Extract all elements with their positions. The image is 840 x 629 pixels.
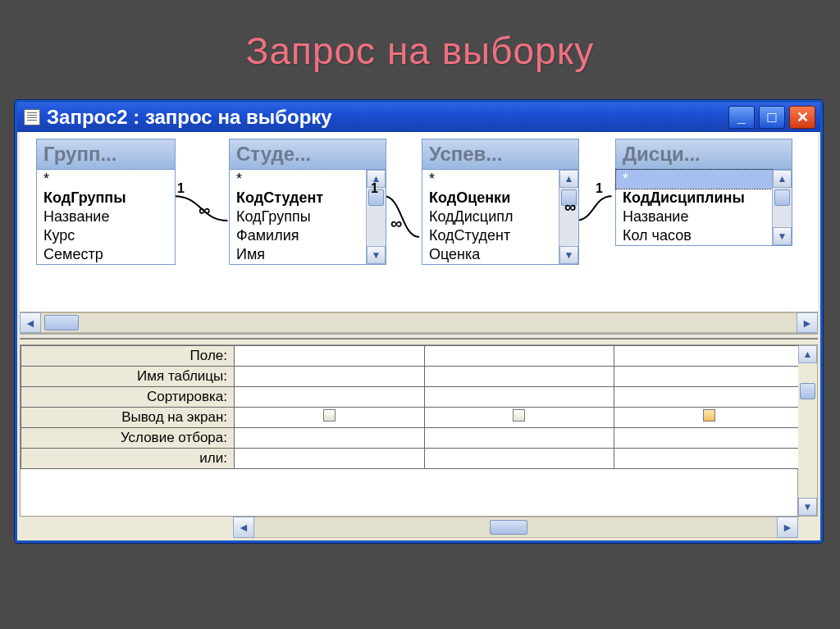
scroll-left-button[interactable]: ◄: [233, 517, 254, 538]
field-item[interactable]: КодСтудент: [230, 189, 366, 207]
scroll-track[interactable]: [41, 312, 797, 333]
titlebar[interactable]: Запрос2 : запрос на выборку _ □ ✕: [17, 103, 820, 132]
scroll-right-button[interactable]: ►: [797, 312, 818, 333]
field-item[interactable]: КодГруппы: [37, 189, 175, 207]
pane-splitter[interactable]: [20, 333, 818, 340]
field-item[interactable]: *: [37, 170, 175, 189]
field-list-scroll[interactable]: ▲▼: [772, 170, 792, 245]
scroll-down-button[interactable]: ▼: [798, 498, 817, 516]
relation-many-label: ∞: [564, 198, 576, 217]
window-title: Запрос2 : запрос на выборку: [47, 106, 332, 129]
grid-cell[interactable]: [235, 367, 425, 387]
client-area: Групп...*КодГруппыНазваниеКурсСеместрСту…: [20, 132, 818, 538]
scroll-up-button[interactable]: ▲: [559, 170, 578, 188]
relation-many-label: ∞: [390, 214, 402, 233]
scroll-right-button[interactable]: ►: [777, 517, 798, 538]
field-item[interactable]: *: [616, 170, 772, 189]
grid-row-header: Имя таблицы:: [21, 367, 235, 387]
field-item[interactable]: КодСтудент: [422, 226, 559, 245]
scroll-thumb[interactable]: [490, 520, 527, 535]
design-grid-pane: Поле:Имя таблицы:Сортировка:Вывод на экр…: [20, 340, 818, 538]
grid-row-header: Сортировка:: [21, 387, 235, 408]
table-box[interactable]: Групп...*КодГруппыНазваниеКурсСеместр: [36, 139, 176, 265]
grid-cell[interactable]: [235, 408, 425, 428]
field-item[interactable]: Название: [37, 207, 175, 226]
show-checkbox[interactable]: [513, 409, 525, 422]
scroll-up-button[interactable]: ▲: [773, 170, 792, 188]
table-box[interactable]: Успев...*КодОценкиКодДисциплКодСтудентОц…: [422, 139, 579, 265]
scroll-left-button[interactable]: ◄: [20, 312, 41, 333]
relations-pane: Групп...*КодГруппыНазваниеКурсСеместрСту…: [20, 132, 818, 333]
scroll-down-button[interactable]: ▼: [559, 246, 578, 264]
page-heading: Запрос на выборку: [0, 0, 840, 81]
scroll-up-button[interactable]: ▲: [798, 345, 817, 363]
grid-row-header: Условие отбора:: [21, 428, 235, 449]
grid-cell[interactable]: [614, 387, 805, 408]
relations-canvas[interactable]: Групп...*КодГруппыНазваниеКурсСеместрСту…: [20, 132, 818, 312]
grid-cell[interactable]: [424, 346, 614, 367]
table-title[interactable]: Студе...: [230, 139, 386, 170]
scroll-down-button[interactable]: ▼: [367, 246, 386, 264]
field-item[interactable]: *: [230, 170, 366, 189]
grid-vscroll[interactable]: ▲ ▼: [798, 344, 818, 517]
field-item[interactable]: Семестр: [37, 245, 175, 264]
scroll-thumb[interactable]: [774, 189, 790, 206]
window-icon: [24, 109, 40, 125]
field-item[interactable]: КодОценки: [422, 189, 559, 207]
grid-cell[interactable]: [424, 367, 614, 387]
field-item[interactable]: Название: [616, 207, 772, 226]
field-list-scroll[interactable]: ▲▼: [559, 170, 578, 264]
grid-cell[interactable]: [235, 449, 425, 469]
scroll-thumb[interactable]: [800, 383, 815, 399]
grid-cell[interactable]: [235, 387, 425, 408]
grid-row-header: или:: [21, 449, 235, 469]
grid-cell[interactable]: [235, 428, 425, 449]
maximize-button[interactable]: □: [759, 106, 785, 129]
grid-row-header: Вывод на экран:: [21, 408, 235, 428]
query-window: Запрос2 : запрос на выборку _ □ ✕ Групп.…: [15, 100, 823, 543]
show-checkbox[interactable]: [703, 409, 715, 422]
grid-cell[interactable]: [614, 346, 805, 367]
design-grid[interactable]: Поле:Имя таблицы:Сортировка:Вывод на экр…: [20, 344, 798, 517]
grid-row-header: Поле:: [21, 346, 235, 367]
grid-cell[interactable]: [424, 387, 614, 408]
scroll-down-button[interactable]: ▼: [773, 227, 792, 245]
field-item[interactable]: КодДисциплины: [616, 189, 772, 207]
field-item[interactable]: КодГруппы: [230, 207, 366, 226]
table-box[interactable]: Студе...*КодСтудентКодГруппыФамилияИмя▲▼: [229, 139, 386, 265]
scroll-thumb[interactable]: [44, 315, 79, 330]
scroll-track[interactable]: [254, 517, 777, 538]
grid-hscroll[interactable]: ◄ ►: [233, 517, 798, 538]
close-button[interactable]: ✕: [789, 106, 815, 129]
relations-hscroll[interactable]: ◄ ►: [20, 312, 818, 333]
grid-cell[interactable]: [235, 346, 425, 367]
grid-cell[interactable]: [424, 428, 614, 449]
field-item[interactable]: КодДисципл: [422, 207, 559, 226]
show-checkbox[interactable]: [323, 409, 336, 422]
grid-cell[interactable]: [614, 449, 805, 469]
relation-one-label: 1: [371, 181, 378, 196]
minimize-button[interactable]: _: [728, 106, 755, 129]
table-title[interactable]: Групп...: [37, 139, 175, 170]
table-box[interactable]: Дисци...*КодДисциплиныНазваниеКол часов▲…: [615, 139, 792, 246]
grid-cell[interactable]: [614, 367, 805, 387]
table-title[interactable]: Успев...: [422, 139, 578, 170]
field-item[interactable]: Курс: [37, 226, 175, 245]
field-item[interactable]: Имя: [230, 245, 366, 264]
grid-cell[interactable]: [424, 408, 614, 428]
field-item[interactable]: *: [422, 170, 559, 189]
grid-cell[interactable]: [614, 408, 805, 428]
grid-cell[interactable]: [614, 428, 805, 449]
field-item[interactable]: Кол часов: [616, 226, 772, 245]
field-item[interactable]: Оценка: [422, 245, 559, 264]
relation-many-label: ∞: [199, 201, 210, 220]
table-title[interactable]: Дисци...: [616, 139, 792, 170]
relation-one-label: 1: [177, 181, 185, 196]
field-item[interactable]: Фамилия: [230, 226, 366, 245]
relation-one-label: 1: [596, 181, 603, 196]
grid-cell[interactable]: [424, 449, 614, 469]
